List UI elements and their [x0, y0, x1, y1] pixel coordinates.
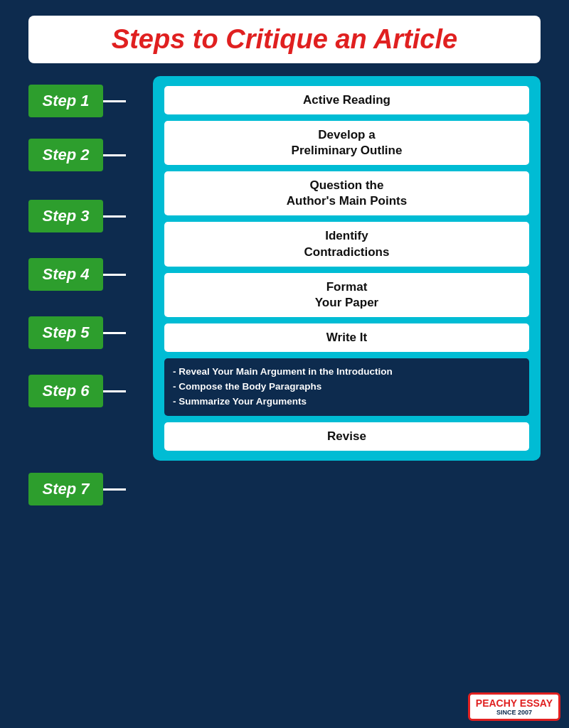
step-4-badge: Step 4 — [28, 258, 103, 291]
step-6-badge: Step 6 — [28, 375, 103, 407]
preliminary-outline-box: Develop aPreliminary Outline — [164, 121, 529, 165]
step-5-badge: Step 5 — [28, 316, 103, 349]
connector-1 — [103, 100, 126, 102]
revise-box: Revise — [164, 422, 529, 451]
step-2-badge: Step 2 — [28, 139, 103, 171]
step-4-row: Step 4 — [28, 258, 153, 291]
identify-contradictions-box: IdentifyContradictions — [164, 222, 529, 266]
page-title: Steps to Critique an Article — [112, 24, 457, 54]
step-1-row: Step 1 — [28, 85, 153, 117]
step-3-badge: Step 3 — [28, 200, 103, 232]
step-6-row: Step 6 — [28, 375, 153, 407]
connector-2 — [103, 154, 126, 156]
logo-main: PEACHY ESSAY — [476, 697, 553, 709]
format-paper-box: FormatYour Paper — [164, 273, 529, 317]
step-1-badge: Step 1 — [28, 85, 103, 117]
step-3-row: Step 3 — [28, 200, 153, 232]
connector-5 — [103, 332, 126, 334]
active-reading-box: Active Reading — [164, 86, 529, 114]
question-author-box: Question theAuthor's Main Points — [164, 171, 529, 215]
steps-column: Step 1 Step 2 Step 3 Step 4 Step 5 Step … — [28, 76, 153, 513]
step-5-row: Step 5 — [28, 316, 153, 349]
connector-3 — [103, 215, 126, 218]
connector-4 — [103, 274, 126, 276]
connector-7 — [103, 488, 126, 491]
logo: PEACHY ESSAY SINCE 2007 — [468, 692, 560, 721]
main-layout: Step 1 Step 2 Step 3 Step 4 Step 5 Step … — [28, 76, 541, 513]
connector-6 — [103, 390, 126, 392]
step-7-row: Step 7 — [28, 473, 153, 505]
step-7-badge: Step 7 — [28, 473, 103, 505]
title-box: Steps to Critique an Article — [28, 16, 541, 63]
step-2-row: Step 2 — [28, 139, 153, 171]
write-it-sub-box: - Reveal Your Main Argument in the Intro… — [164, 358, 529, 416]
write-it-box: Write It — [164, 323, 529, 352]
content-panel: Active Reading Develop aPreliminary Outl… — [153, 76, 541, 461]
logo-sub: SINCE 2007 — [476, 709, 553, 716]
